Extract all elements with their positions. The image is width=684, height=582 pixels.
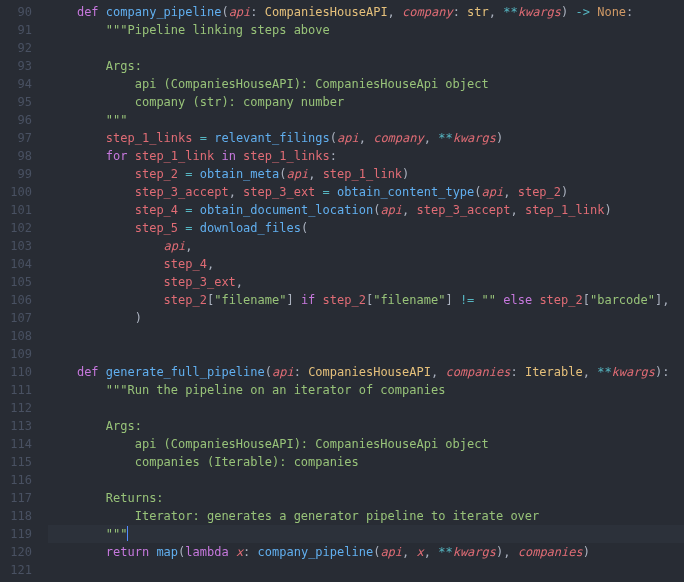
code-line[interactable]: step_2["filename"] if step_2["filename"]… [48, 291, 684, 309]
token-var: step_2 [539, 293, 582, 307]
token-pun: : [330, 149, 337, 163]
line-number: 108 [0, 327, 32, 345]
token-var: step_2 [518, 185, 561, 199]
code-line[interactable]: step_3_ext, [48, 273, 684, 291]
token-str: companies (Iterable): companies [135, 455, 359, 469]
token-op: ** [438, 131, 452, 145]
token-pun: , [402, 545, 416, 559]
line-number: 110 [0, 363, 32, 381]
token-cls: CompaniesHouseAPI [308, 365, 431, 379]
line-number: 121 [0, 561, 32, 579]
token-kw: lambda [185, 545, 236, 559]
token-prm: api [380, 545, 402, 559]
token-op: ** [438, 545, 452, 559]
code-line[interactable] [48, 327, 684, 345]
code-line[interactable]: """Run the pipeline on an iterator of co… [48, 381, 684, 399]
code-line[interactable]: api, [48, 237, 684, 255]
code-line[interactable]: companies (Iterable): companies [48, 453, 684, 471]
line-number: 97 [0, 129, 32, 147]
code-line[interactable]: def generate_full_pipeline(api: Companie… [48, 363, 684, 381]
code-line[interactable]: step_3_accept, step_3_ext = obtain_conte… [48, 183, 684, 201]
token-pun: , [388, 5, 402, 19]
token-op: = [200, 131, 207, 145]
token-prm: api [482, 185, 504, 199]
code-line[interactable]: step_5 = download_files( [48, 219, 684, 237]
code-line[interactable]: api (CompaniesHouseAPI): CompaniesHouseA… [48, 435, 684, 453]
token-var: step_2 [323, 293, 366, 307]
token-var: step_1_link [323, 167, 402, 181]
line-number: 112 [0, 399, 32, 417]
token-prm: api [286, 167, 308, 181]
code-line[interactable] [48, 39, 684, 57]
token-pun: : [294, 365, 308, 379]
token-pun: : [250, 5, 264, 19]
code-line[interactable]: for step_1_link in step_1_links: [48, 147, 684, 165]
token-str: """Run the pipeline on an iterator of co… [106, 383, 446, 397]
code-line[interactable]: api (CompaniesHouseAPI): CompaniesHouseA… [48, 75, 684, 93]
code-line[interactable]: step_2 = obtain_meta(api, step_1_link) [48, 165, 684, 183]
code-line[interactable]: step_1_links = relevant_filings(api, com… [48, 129, 684, 147]
code-line[interactable]: """ [48, 111, 684, 129]
token-pun: , [489, 5, 503, 19]
token-pun: [ [583, 293, 590, 307]
token-prm: api [380, 203, 402, 217]
code-line[interactable]: step_4, [48, 255, 684, 273]
token-fn: obtain_document_location [200, 203, 373, 217]
code-line[interactable]: Args: [48, 417, 684, 435]
code-line[interactable] [48, 399, 684, 417]
token-pun: ) [402, 167, 409, 181]
token-fn: relevant_filings [214, 131, 330, 145]
token-op: ** [597, 365, 611, 379]
token-pun: , [185, 239, 192, 253]
line-number: 102 [0, 219, 32, 237]
code-line[interactable]: """ [48, 525, 684, 543]
token-fn: obtain_meta [200, 167, 279, 181]
token-str: "barcode" [590, 293, 655, 307]
code-line[interactable]: """Pipeline linking steps above [48, 21, 684, 39]
token-pun [474, 293, 481, 307]
token-fn: company_pipeline [258, 545, 374, 559]
code-line[interactable]: company (str): company number [48, 93, 684, 111]
code-editor[interactable]: 9091929394959697989910010110210310410510… [0, 0, 684, 582]
token-prm: api [164, 239, 186, 253]
token-pun [315, 185, 322, 199]
code-area[interactable]: def company_pipeline(api: CompaniesHouse… [42, 0, 684, 582]
token-pun [193, 203, 200, 217]
token-var: step_3_accept [135, 185, 229, 199]
token-pun: , [229, 185, 243, 199]
code-line[interactable]: Iterator: generates a generator pipeline… [48, 507, 684, 525]
line-number: 113 [0, 417, 32, 435]
token-cls: str [467, 5, 489, 19]
code-line[interactable]: step_4 = obtain_document_location(api, s… [48, 201, 684, 219]
token-pun: ) [561, 5, 575, 19]
token-pun: : [626, 5, 633, 19]
code-line[interactable] [48, 345, 684, 363]
code-line[interactable] [48, 471, 684, 489]
line-number: 109 [0, 345, 32, 363]
code-line[interactable]: Returns: [48, 489, 684, 507]
token-prm: api [272, 365, 294, 379]
token-kw: if [301, 293, 323, 307]
token-var: step_1_links [243, 149, 330, 163]
token-kw: else [503, 293, 539, 307]
token-pun: ( [330, 131, 337, 145]
token-prm: companies [518, 545, 583, 559]
token-pun: : [243, 545, 257, 559]
token-pun: ) [604, 203, 611, 217]
token-str: """Pipeline linking steps above [106, 23, 330, 37]
code-line[interactable]: Args: [48, 57, 684, 75]
line-number: 117 [0, 489, 32, 507]
token-pun: ( [265, 365, 272, 379]
token-pun: , [424, 545, 438, 559]
code-line[interactable]: ) [48, 309, 684, 327]
token-pun: ], [655, 293, 669, 307]
token-fn: company_pipeline [106, 5, 222, 19]
code-line[interactable] [48, 561, 684, 579]
code-line[interactable]: return map(lambda x: company_pipeline(ap… [48, 543, 684, 561]
token-str: company (str): company number [135, 95, 345, 109]
token-pun: ] [286, 293, 300, 307]
token-prm: company [373, 131, 424, 145]
code-line[interactable]: def company_pipeline(api: CompaniesHouse… [48, 3, 684, 21]
line-number: 115 [0, 453, 32, 471]
token-pun [193, 221, 200, 235]
